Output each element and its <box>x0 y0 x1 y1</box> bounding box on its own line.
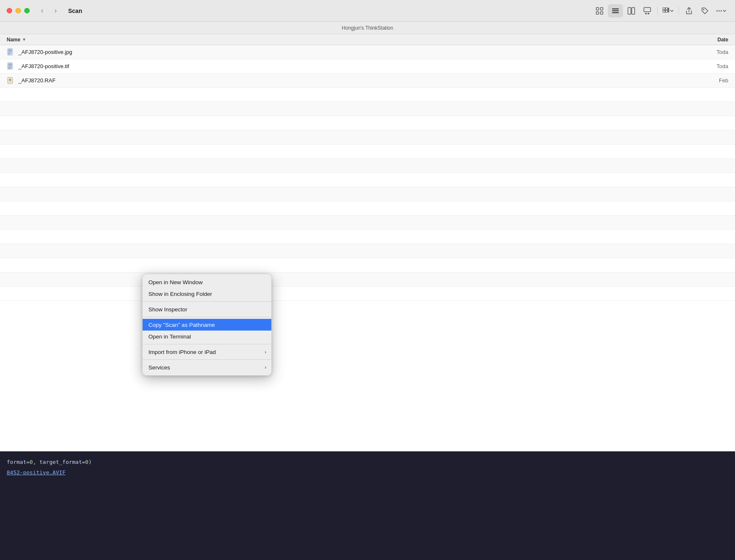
menu-separator-1 <box>143 301 271 302</box>
title-bar: ‹ › Scan <box>0 0 735 22</box>
gallery-icon <box>643 7 651 15</box>
svg-point-19 <box>719 10 720 11</box>
separator-2 <box>679 7 679 15</box>
empty-row <box>0 145 735 159</box>
location-bar: Hongjun's ThinkStation <box>0 22 735 34</box>
list-icon <box>612 7 619 15</box>
empty-row <box>0 102 735 116</box>
svg-rect-3 <box>600 12 603 14</box>
view-gallery-button[interactable] <box>640 4 655 18</box>
file-date-jpg: Toda <box>678 49 728 55</box>
table-row[interactable]: JPG _AFJ8720-positive.jpg Toda <box>0 45 735 59</box>
file-icon-jpg: JPG <box>7 48 15 56</box>
empty-row <box>0 159 735 173</box>
svg-rect-28 <box>8 67 12 68</box>
code-link[interactable]: 8452-positive.AVIF <box>7 469 66 476</box>
svg-rect-15 <box>666 10 668 12</box>
context-menu: Open in New Window Show in Enclosing Fol… <box>142 274 272 376</box>
share-icon <box>685 7 693 15</box>
back-icon: ‹ <box>41 6 43 15</box>
svg-point-17 <box>703 9 704 10</box>
back-button[interactable]: ‹ <box>36 5 48 17</box>
window-title: Scan <box>68 8 82 14</box>
svg-rect-8 <box>632 8 635 14</box>
submenu-arrow-import: › <box>265 349 266 354</box>
svg-point-32 <box>10 79 11 80</box>
file-date-tif: Toda <box>678 63 728 69</box>
empty-row <box>0 244 735 258</box>
svg-rect-2 <box>596 12 599 14</box>
separator-1 <box>657 7 658 15</box>
view-list-button[interactable] <box>608 4 623 18</box>
column-header: Name ▼ Date <box>0 34 735 45</box>
svg-rect-10 <box>645 13 647 14</box>
empty-row <box>0 272 735 287</box>
empty-rows <box>0 88 735 301</box>
menu-separator-4 <box>143 359 271 360</box>
file-date-raf: Feb <box>678 77 728 84</box>
forward-icon: › <box>54 6 57 15</box>
empty-row <box>0 201 735 216</box>
apps-button[interactable] <box>660 4 676 18</box>
view-columns-button[interactable] <box>624 4 639 18</box>
table-row[interactable]: _AFJ8720.RAF Feb <box>0 74 735 88</box>
menu-open-terminal[interactable]: Open in Terminal <box>143 331 271 342</box>
svg-text:JPG: JPG <box>9 53 13 55</box>
svg-rect-16 <box>668 8 669 12</box>
submenu-arrow-services: › <box>265 365 266 370</box>
file-icon-raf <box>7 76 15 85</box>
grid-icon <box>596 7 603 15</box>
name-column-header[interactable]: Name ▼ <box>7 37 678 43</box>
code-line-1: format=0, target_format=0) <box>7 458 728 467</box>
svg-rect-1 <box>600 8 603 10</box>
table-row[interactable]: _AFJ8720-positive.tif Toda <box>0 59 735 74</box>
chevron-down-icon <box>670 9 674 13</box>
empty-row <box>0 116 735 130</box>
more-button[interactable] <box>713 4 728 18</box>
view-grid-button[interactable] <box>592 4 607 18</box>
tag-button[interactable] <box>697 4 712 18</box>
empty-row <box>0 173 735 187</box>
columns-icon <box>628 7 635 15</box>
forward-button[interactable]: › <box>50 5 61 17</box>
file-name-tif: _AFJ8720-positive.tif <box>18 63 678 69</box>
menu-show-enclosing-folder[interactable]: Show in Enclosing Folder <box>143 288 271 300</box>
svg-rect-13 <box>666 8 668 10</box>
svg-rect-9 <box>644 8 651 12</box>
share-button[interactable] <box>681 4 697 18</box>
file-name-raf: _AFJ8720.RAF <box>18 77 678 84</box>
apps-icon <box>663 8 669 14</box>
menu-separator-2 <box>143 317 271 317</box>
svg-rect-14 <box>663 10 665 12</box>
svg-rect-29 <box>8 68 10 69</box>
empty-row <box>0 230 735 244</box>
svg-point-20 <box>721 10 722 11</box>
empty-row <box>0 187 735 201</box>
fullscreen-button[interactable] <box>24 8 30 13</box>
svg-rect-12 <box>663 8 665 10</box>
tag-icon <box>701 7 709 15</box>
empty-row <box>0 88 735 102</box>
sort-arrow-icon: ▼ <box>22 37 26 42</box>
menu-open-new-window[interactable]: Open in New Window <box>143 276 271 288</box>
nav-buttons: ‹ › <box>36 5 61 17</box>
more-icon <box>715 7 723 15</box>
empty-row <box>0 258 735 272</box>
toolbar-icons <box>592 4 728 18</box>
code-line-2: 8452-positive.AVIF <box>7 468 728 477</box>
close-button[interactable] <box>7 8 12 13</box>
svg-rect-5 <box>612 10 619 11</box>
empty-row <box>0 287 735 301</box>
file-name-jpg: _AFJ8720-positive.jpg <box>18 49 678 55</box>
menu-import-iphone[interactable]: Import from iPhone or iPad › <box>143 346 271 358</box>
minimize-button[interactable] <box>15 8 21 13</box>
traffic-lights <box>7 8 30 13</box>
menu-services[interactable]: Services › <box>143 361 271 373</box>
svg-rect-11 <box>648 13 649 14</box>
menu-show-inspector[interactable]: Show Inspector <box>143 303 271 315</box>
empty-row <box>0 130 735 145</box>
code-area: format=0, target_format=0) 8452-positive… <box>0 451 735 560</box>
menu-copy-pathname[interactable]: Copy "Scan" as Pathname <box>143 319 271 331</box>
date-column-header[interactable]: Date <box>678 37 728 43</box>
file-icon-tif <box>7 62 15 71</box>
